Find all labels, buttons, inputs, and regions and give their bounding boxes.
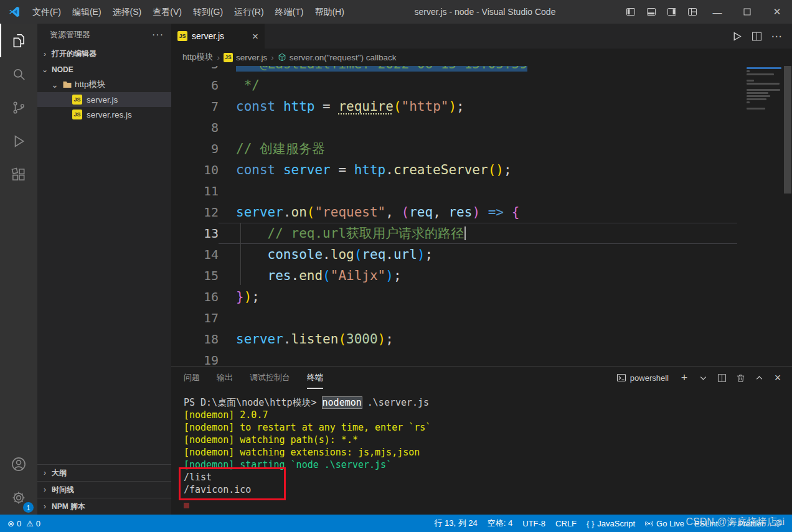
js-file-icon: JS (72, 95, 82, 105)
search-icon[interactable] (0, 57, 37, 91)
js-file-icon: JS (224, 53, 233, 62)
toggle-sidebar-icon[interactable] (620, 0, 641, 24)
code-line-17[interactable]: 17 (171, 307, 792, 329)
explorer-more-actions-icon[interactable]: ··· (152, 29, 164, 40)
workspace-section[interactable]: ⌄ NODE (37, 62, 171, 77)
file-item-server.js[interactable]: JSserver.js (37, 92, 171, 107)
shell-selector[interactable]: powershell (616, 373, 669, 383)
activity-bar: 1 (0, 24, 37, 515)
menu-item-6[interactable]: 终端(T) (270, 0, 309, 24)
braces-icon: { } (587, 519, 594, 528)
close-panel-icon[interactable]: × (770, 370, 786, 386)
run-debug-icon[interactable] (0, 124, 37, 158)
sidebar-section-0[interactable]: ›大纲 (37, 464, 171, 481)
minimap[interactable] (745, 67, 783, 114)
breadcrumb-item-2[interactable]: server.on("request") callback (278, 53, 397, 62)
maximize-button[interactable] (732, 0, 762, 24)
code-line-9[interactable]: 9// 创建服务器 (171, 138, 792, 159)
split-editor-icon[interactable] (747, 27, 766, 45)
scrollbar-thumb[interactable] (784, 66, 791, 194)
symbol-callback-icon (278, 53, 286, 62)
statusbar-item-right-5[interactable]: Go Live (640, 519, 689, 528)
menu-item-2[interactable]: 选择(S) (107, 0, 148, 24)
statusbar-item-right-0[interactable]: 行 13, 列 24 (429, 518, 482, 529)
close-tab-icon[interactable]: × (252, 31, 258, 42)
sidebar-section-2[interactable]: ›NPM 脚本 (37, 498, 171, 515)
new-terminal-icon[interactable]: + (676, 370, 692, 386)
code-line-8[interactable]: 8 (171, 117, 792, 138)
code-line-5[interactable]: 5 * @LastEditTime: 2022-06-15 15:05:59 (171, 66, 792, 75)
code-line-18[interactable]: 18server.listen(3000); (171, 329, 792, 350)
statusbar-item-right-4[interactable]: { }JavaScript (582, 519, 640, 528)
settings-gear-icon[interactable]: 1 (0, 481, 37, 515)
code-line-16[interactable]: 16}); (171, 286, 792, 307)
statusbar-label: Go Live (656, 519, 684, 528)
menu-item-5[interactable]: 运行(R) (229, 0, 269, 24)
breadcrumb-item-1[interactable]: JSserver.js (224, 53, 267, 62)
statusbar-label: CRLF (555, 519, 577, 528)
menu-item-1[interactable]: 编辑(E) (67, 0, 107, 24)
minimize-button[interactable]: — (702, 0, 732, 24)
split-terminal-icon[interactable] (714, 370, 730, 386)
statusbar-label: 行 13, 列 24 (434, 518, 477, 529)
terminal-dropdown-icon[interactable] (695, 370, 711, 386)
statusbar-item-left-1[interactable]: ⚠0 (24, 519, 43, 528)
section-label: 时间线 (52, 485, 74, 495)
customize-layout-icon[interactable] (682, 0, 702, 24)
chevron-right-icon: › (40, 485, 50, 494)
line-text (219, 307, 737, 329)
menu-item-3[interactable]: 查看(V) (147, 0, 187, 24)
code-line-19[interactable]: 19 (171, 350, 792, 366)
toggle-secondary-sidebar-icon[interactable] (661, 0, 682, 24)
code-line-13[interactable]: 13 // req.url获取用户请求的路径 (171, 223, 792, 244)
editor-code-area[interactable]: 5 * @LastEditTime: 2022-06-15 15:05:596 … (171, 66, 792, 366)
explorer-icon[interactable] (0, 24, 37, 57)
code-line-7[interactable]: 7const http = require("http"); (171, 96, 792, 117)
code-line-12[interactable]: 12server.on("request", (req, res) => { (171, 202, 792, 223)
title-bar: 文件(F)编辑(E)选择(S)查看(V)转到(G)运行(R)终端(T)帮助(H)… (0, 0, 792, 24)
source-control-icon[interactable] (0, 91, 37, 124)
statusbar-item-right-3[interactable]: CRLF (550, 519, 582, 528)
statusbar-item-left-0[interactable]: ⊗0 (5, 519, 24, 528)
panel-tab-3[interactable]: 终端 (307, 366, 323, 389)
breadcrumb-item-0[interactable]: http模块 (182, 52, 214, 63)
panel-tab-2[interactable]: 调试控制台 (250, 366, 290, 389)
chevron-right-icon: › (40, 50, 50, 58)
menu-item-7[interactable]: 帮助(H) (309, 0, 349, 24)
folder-http-module[interactable]: ⌄ http模块 (37, 77, 171, 92)
file-item-server.res.js[interactable]: JSserver.res.js (37, 107, 171, 122)
line-number: 7 (171, 96, 219, 117)
menu-item-4[interactable]: 转到(G) (187, 0, 229, 24)
breadcrumb-label: server.js (236, 53, 267, 62)
statusbar-item-right-1[interactable]: 空格: 4 (483, 518, 517, 529)
code-line-10[interactable]: 10const server = http.createServer(); (171, 159, 792, 180)
code-line-14[interactable]: 14 console.log(req.url); (171, 244, 792, 265)
titlebar-controls: — ✕ (620, 0, 792, 24)
extensions-icon[interactable] (0, 158, 37, 192)
close-window-button[interactable]: ✕ (762, 0, 792, 24)
panel-tab-1[interactable]: 输出 (217, 366, 233, 389)
menu-item-0[interactable]: 文件(F) (27, 0, 67, 24)
line-text: server.listen(3000); (219, 329, 737, 350)
panel-tab-0[interactable]: 问题 (184, 366, 200, 389)
code-line-15[interactable]: 15 res.end("Ailjx"); (171, 265, 792, 286)
account-icon[interactable] (0, 447, 37, 481)
minimap-line (747, 89, 780, 91)
run-code-icon[interactable] (727, 27, 746, 45)
sidebar-section-1[interactable]: ›时间线 (37, 481, 171, 498)
open-editors-section[interactable]: › 打开的编辑器 (37, 46, 171, 62)
code-line-6[interactable]: 6 */ (171, 75, 792, 96)
statusbar-item-right-2[interactable]: UTF-8 (517, 519, 550, 528)
code-line-11[interactable]: 11 (171, 180, 792, 202)
editor-group: JS server.js × ⋯ http模块›JSserver.js›serv… (171, 24, 792, 515)
breadcrumb-separator-icon: › (271, 53, 274, 62)
more-actions-icon[interactable]: ⋯ (767, 27, 786, 45)
window-title: server.js - node - Visual Studio Code (350, 7, 620, 17)
kill-terminal-icon[interactable] (732, 370, 748, 386)
line-number: 15 (171, 265, 219, 286)
tab-server-js[interactable]: JS server.js × (171, 24, 265, 49)
breadcrumb-label: server.on("request") callback (290, 53, 397, 62)
explorer-sidebar: 资源管理器 ··· › 打开的编辑器 ⌄ NODE ⌄ http模块 JSser… (37, 24, 171, 515)
maximize-panel-icon[interactable] (751, 370, 767, 386)
toggle-panel-icon[interactable] (641, 0, 661, 24)
